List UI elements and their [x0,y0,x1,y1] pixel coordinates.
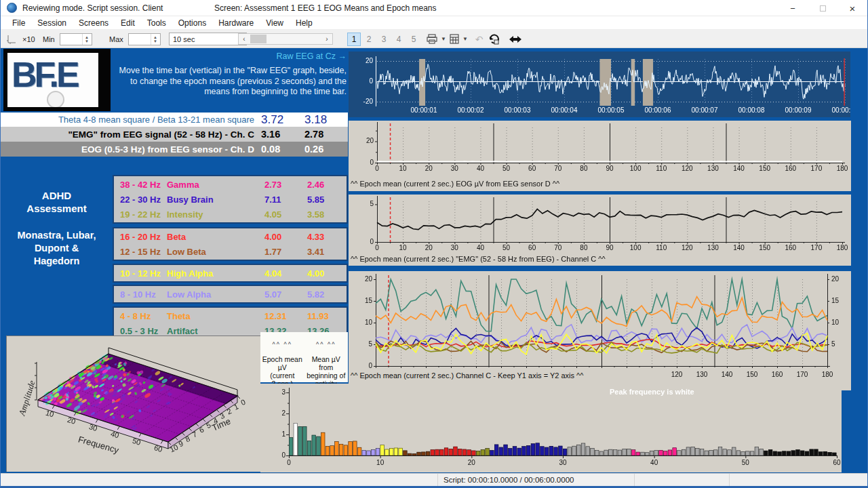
menu-tools[interactable]: Tools [141,18,172,28]
print-dropdown-caret[interactable]: ▼ [441,36,446,42]
band-row-low-beta: 12 - 15 Hz Low Beta 1.77 3.41 [114,244,347,259]
menu-file[interactable]: File [6,18,31,28]
band-epoch-value: 4.05 [264,209,307,220]
band-range: 38 - 42 Hz [114,180,167,190]
maximize-icon [820,5,826,12]
menu-screens[interactable]: Screens [73,18,115,28]
time-window-select[interactable]: 10 sec⌄ [169,30,247,48]
scroll-thumb[interactable] [250,35,267,43]
band-group-low-alpha: 8 - 10 Hz Low Alpha 5.07 5.82 [113,285,348,304]
band-name: Theta [167,311,264,321]
bfe-logo-text: BF.E [12,54,77,95]
band-name: Low Alpha [167,289,264,300]
band-group-beta: 16 - 20 Hz Beta 4.00 4.33 12 - 15 Hz Low… [113,227,348,261]
raw-eeg-panel [349,52,850,117]
maximize-button[interactable] [808,0,837,16]
band-row-busy-brain: 22 - 30 Hz Busy Brain 7.11 5.85 [114,192,347,207]
spectrum-panel: Peak frequency is white [260,384,842,472]
window-title: Reviewing mode. Script session. Client [22,3,163,13]
band-row-low-alpha: 8 - 10 Hz Low Alpha 5.07 5.82 [114,287,347,302]
menu-hardware[interactable]: Hardware [212,18,260,28]
eog-row: EOG (0.5-3 Hz) from EEG sensor - Ch. D 0… [1,142,348,157]
toolbar: ×10 Min ▲▼ Max ▲▼ 10 sec⌄ ‹ › 1 2 3 4 5 [1,30,867,48]
ratio-label: Theta 4-8 mean square / Beta 13-21 mean … [1,115,261,125]
app-icon [7,3,17,13]
channel-c-panel: ^^ Epoch mean (current 2 sec.) Channel C… [349,271,851,390]
band-epoch-value: 4.00 [264,232,307,242]
eog-mean-value: 0.26 [304,144,341,155]
band-mean-value: 4.33 [307,232,347,242]
band-row-theta: 4 - 8 Hz Theta 12.31 11.93 [114,308,347,323]
scroll-left-arrow[interactable]: ‹ [239,35,250,43]
timeline-scrollbar[interactable]: ‹ › [238,30,333,48]
band-name: Beta [167,232,264,242]
eog-label: EOG (0.5-3 Hz) from EEG sensor - Ch. D [1,144,261,155]
scroll-track[interactable] [250,34,321,44]
band-range: 12 - 15 Hz [114,247,167,257]
menu-help[interactable]: Help [290,18,319,28]
band-range: 22 - 30 Hz [114,195,167,205]
close-button[interactable]: × [837,0,867,16]
band-name: High Alpha [167,268,264,279]
page-button-2[interactable]: 2 [362,33,376,46]
menu-options[interactable]: Options [172,18,212,28]
page-button-3[interactable]: 3 [377,33,391,46]
band-row-gamma: 38 - 42 Hz Gamma 2.73 2.46 [114,177,347,192]
minimize-button[interactable]: − [778,0,808,16]
value-column-headers: ^^ ^^ Epoch mean µV (current 2 sec.) ^^ … [260,332,348,382]
print-button[interactable] [427,34,437,44]
report-dropdown-caret[interactable]: ▼ [462,36,468,42]
app-window: Reviewing mode. Script session. Client S… [0,0,868,488]
page-button-4[interactable]: 4 [392,33,406,46]
band-range: 10 - 12 Hz [114,268,167,279]
emg-row: "EMG" from EEG signal (52 - 58 Hz) - Ch.… [1,127,348,142]
band-range: 0.5 - 3 Hz [114,326,167,336]
page-button-5[interactable]: 5 [407,33,420,46]
band-epoch-value: 12.31 [264,311,307,321]
band-group-gamma: 38 - 42 Hz Gamma 2.73 2.46 22 - 30 Hz Bu… [113,175,348,224]
raw-eeg-chart[interactable] [349,52,850,117]
band-group-high-alpha: 10 - 12 Hz High Alpha 4.04 4.00 [113,264,348,283]
time-window-value: 10 sec [173,35,195,43]
band-mean-value: 11.93 [307,311,347,321]
screen-label: Screen: Assessment 1 EEG 1 EOG Means and… [214,3,437,13]
replay-button[interactable] [488,33,500,45]
assessment-authors: Monastra, Lubar, Dupont & Hagedorn [1,229,113,268]
page-button-1[interactable]: 1 [347,33,361,46]
title-bar: Reviewing mode. Script session. Client S… [1,0,867,16]
instruction-panel: Raw EEG at Cz → Move the time bar (verti… [113,52,347,111]
band-table: 38 - 42 Hz Gamma 2.73 2.46 22 - 30 Hz Bu… [113,175,348,340]
scale-multiplier-button[interactable]: ×10 [22,30,35,48]
max-spinner[interactable]: ▲▼ [128,30,161,48]
band-name: Artifact [167,326,264,336]
spectrogram-3d-panel [6,336,260,472]
band-row-high-alpha: 10 - 12 Hz High Alpha 4.04 4.00 [114,266,347,281]
emg-chart-caption: ^^ Epoch mean (current 2 sec.) "EMG" (52… [351,255,606,263]
band-name: Gamma [167,180,264,190]
epoch-mean-header: ^^ ^^ Epoch mean µV (current 2 sec.) [260,333,304,382]
min-label: Min [43,30,55,48]
menu-session[interactable]: Session [31,18,73,28]
bfe-logo-circle [47,91,64,107]
band-mean-value: 4.00 [307,268,347,279]
band-mean-value: 2.46 [307,180,347,190]
band-epoch-value: 5.07 [264,289,307,300]
menu-edit[interactable]: Edit [115,18,141,28]
total-mean-header: ^^ ^^ Mean µV from beginning of activity… [304,333,349,382]
channel-c-chart-caption: ^^ Epoch mean (current 2 sec.) Channel C… [351,371,669,382]
band-row-beta: 16 - 20 Hz Beta 4.00 4.33 [114,229,347,244]
axis-scale-icon[interactable] [6,30,17,48]
caret-marks: ^^ ^^ [260,342,304,347]
fit-width-button[interactable] [509,35,521,43]
min-spinner[interactable]: ▲▼ [60,30,92,48]
menu-view[interactable]: View [260,18,290,28]
spectrogram-3d-chart [7,336,260,472]
band-range: 4 - 8 Hz [114,311,167,321]
scroll-right-arrow[interactable]: › [321,35,332,43]
report-button[interactable] [450,34,459,44]
eog-epoch-panel: ^^ Epoch mean (current 2 sec.) EOG µV fr… [349,121,851,191]
caret-marks: ^^ ^^ [304,342,349,347]
menu-bar: File Session Screens Edit Tools Options … [1,16,867,30]
bfe-logo: BF.E [3,49,111,111]
band-name: Busy Brain [167,195,264,205]
